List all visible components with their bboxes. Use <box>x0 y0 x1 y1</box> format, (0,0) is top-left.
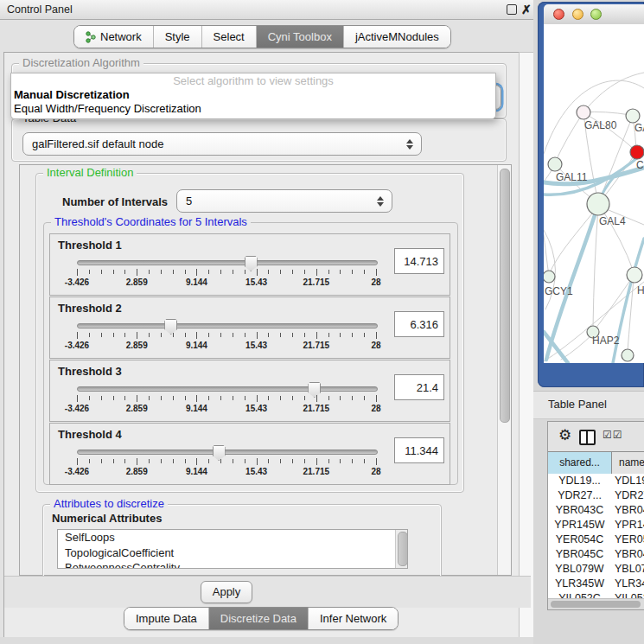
cell-shared-name[interactable]: YLR345W <box>548 577 611 591</box>
cell-name[interactable]: YDR27... <box>611 488 644 503</box>
column-header-shared-name[interactable]: shared... <box>548 452 612 474</box>
threshold-row: Threshold 3-3.4262.8599.14415.4321.71528… <box>49 360 450 422</box>
settings-scrollbar[interactable] <box>497 165 511 575</box>
panel-scrollbar-track[interactable] <box>519 52 534 638</box>
tab-infer-network[interactable]: Infer Network <box>308 608 398 629</box>
tab-cyni-toolbox[interactable]: Cyni Toolbox <box>256 26 343 48</box>
tick-mark <box>316 269 317 276</box>
network-canvas[interactable]: GAL80GACGAL11GAL4GCY1HHAP2 <box>544 24 644 363</box>
threshold-slider-track[interactable] <box>77 386 378 392</box>
cell-shared-name[interactable]: YBR045C <box>548 547 611 562</box>
table-data-combobox[interactable]: galFiltered.sif default node <box>22 132 422 156</box>
float-window-icon[interactable] <box>507 4 517 15</box>
cell-shared-name[interactable]: YBL079W <box>548 562 611 577</box>
hscrollbar-thumb[interactable] <box>551 601 641 608</box>
cell-shared-name[interactable]: YDR27... <box>548 488 611 503</box>
tick-label: -3.426 <box>65 341 89 350</box>
minimize-traffic-light-icon[interactable] <box>572 9 583 20</box>
cell-name[interactable]: YDL19... <box>611 474 644 488</box>
cell-name[interactable]: YBL079W <box>611 562 644 577</box>
network-node-bottom-partial[interactable] <box>622 349 634 361</box>
table-row[interactable]: YDR27...YDR27... <box>548 488 644 503</box>
numerical-attributes-list[interactable]: SelfLoopsTopologicalCoefficientBetweenne… <box>57 529 408 569</box>
threshold-value-field[interactable]: 14.713 <box>394 248 444 274</box>
cell-name[interactable]: YER054C <box>611 532 644 547</box>
panel-title: Control Panel <box>7 3 73 16</box>
network-node-label: C <box>636 159 644 171</box>
network-node-H-partial[interactable] <box>627 267 642 283</box>
column-header-name[interactable]: name <box>612 452 644 474</box>
list-scrollbar-thumb[interactable] <box>398 532 408 566</box>
list-scrollbar[interactable] <box>395 530 407 568</box>
threshold-value-field[interactable]: 6.316 <box>394 311 444 337</box>
table-row[interactable]: YDL19...YDL19... <box>548 474 644 488</box>
threshold-slider-track[interactable] <box>77 323 378 328</box>
network-node-GAL4[interactable] <box>587 193 609 215</box>
table-row[interactable]: YBR045CYBR045C <box>548 547 644 562</box>
tick-mark <box>124 396 125 400</box>
table-row[interactable]: YIL052CYIL052C <box>548 591 644 598</box>
tick-mark <box>268 333 269 337</box>
tab-select[interactable]: Select <box>201 26 256 48</box>
cell-shared-name[interactable]: YPR145W <box>548 518 611 532</box>
cell-name[interactable]: YBR043C <box>611 503 644 518</box>
table-row[interactable]: YER054CYER054C <box>548 532 644 547</box>
tick-mark <box>352 333 353 337</box>
cell-name[interactable]: YPR145W <box>611 518 644 532</box>
cell-shared-name[interactable]: YER054C <box>548 532 611 547</box>
tick-mark <box>364 396 365 400</box>
cell-name[interactable]: YBR045C <box>611 547 644 562</box>
network-node-red-node[interactable] <box>630 145 644 159</box>
num-intervals-combobox[interactable]: 5 <box>176 189 392 213</box>
table-row[interactable]: YBL079WYBL079W <box>548 562 644 577</box>
table-row[interactable]: YPR145WYPR145W <box>548 518 644 532</box>
threshold-value-field[interactable]: 21.4 <box>394 374 444 400</box>
network-node-GCY1[interactable] <box>544 271 555 283</box>
split-pane-icon[interactable] <box>579 430 596 445</box>
tick-mark <box>161 333 162 337</box>
table-panel-title: Table Panel <box>548 398 607 411</box>
close-traffic-light-icon[interactable] <box>553 9 564 20</box>
attribute-list-item[interactable]: TopologicalCoefficient <box>58 545 407 561</box>
network-window-titlebar[interactable] <box>544 4 644 25</box>
dropdown-item[interactable]: Equal Width/Frequency Discretization <box>11 102 495 116</box>
select-columns-icons[interactable]: ☑☑ <box>603 429 623 441</box>
table-horizontal-scrollbar[interactable] <box>548 598 644 609</box>
network-node-GAL80[interactable] <box>577 105 590 119</box>
tick-label: 2.859 <box>126 277 148 287</box>
cell-shared-name[interactable]: YIL052C <box>548 591 611 598</box>
tab-jactivemnodules[interactable]: jActiveMNodules <box>343 26 450 48</box>
dropdown-item[interactable]: Manual Discretization <box>11 88 495 102</box>
num-intervals-label: Number of Intervals <box>62 195 168 208</box>
apply-button[interactable]: Apply <box>201 581 252 603</box>
bottom-tab-bar: Impute DataDiscretize DataInfer Network <box>124 607 399 630</box>
threshold-value-field[interactable]: 11.344 <box>394 437 444 463</box>
zoom-traffic-light-icon[interactable] <box>590 9 602 20</box>
network-node-GAL11[interactable] <box>548 157 562 171</box>
close-icon[interactable]: ✗ <box>521 0 532 19</box>
threshold-slider-track[interactable] <box>77 450 378 455</box>
table-row[interactable]: YLR345WYLR345W <box>548 577 644 591</box>
network-node-GA-partial[interactable] <box>626 109 640 123</box>
tab-style[interactable]: Style <box>153 26 201 48</box>
tick-label: -3.426 <box>65 277 89 287</box>
tick-label: 9.144 <box>186 341 207 350</box>
cell-shared-name[interactable]: YDL19... <box>548 474 611 488</box>
gear-icon[interactable]: ⚙ <box>558 426 571 444</box>
tick-mark <box>257 269 258 276</box>
table-row[interactable]: YBR043CYBR043C <box>548 503 644 518</box>
attribute-list-item[interactable]: SelfLoops <box>58 530 407 545</box>
tick-mark <box>268 270 269 274</box>
cell-name[interactable]: YLR345W <box>611 577 644 591</box>
tab-impute-data[interactable]: Impute Data <box>124 608 208 629</box>
tick-mark <box>113 396 114 400</box>
tab-discretize-data[interactable]: Discretize Data <box>208 608 308 629</box>
attribute-list-item[interactable]: BetweennessCentrality <box>58 560 407 569</box>
tab-network[interactable]: Network <box>74 26 153 48</box>
settings-scrollbar-thumb[interactable] <box>500 169 510 423</box>
tick-label: -3.426 <box>65 467 89 476</box>
threshold-slider-track[interactable] <box>77 260 378 265</box>
cell-name[interactable]: YIL052C <box>611 591 644 598</box>
network-node-label: GAL11 <box>556 171 588 183</box>
cell-shared-name[interactable]: YBR043C <box>548 503 611 518</box>
